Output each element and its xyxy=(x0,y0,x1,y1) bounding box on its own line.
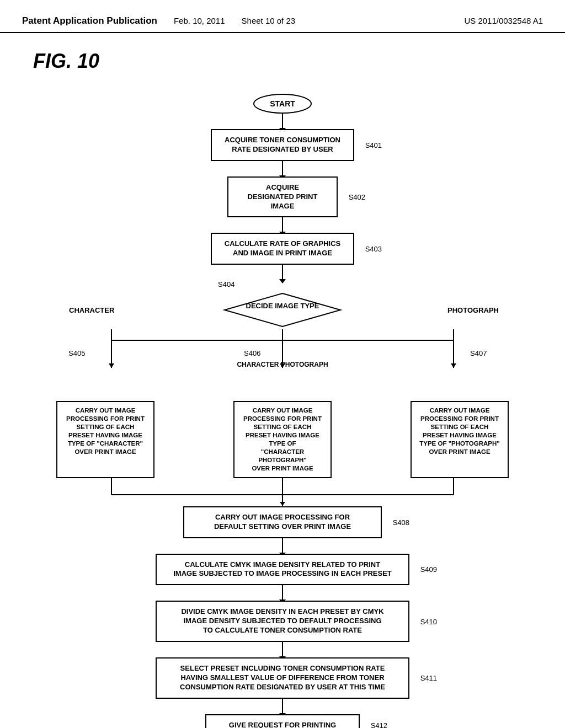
step-s408: CARRY OUT IMAGE PROCESSING FORDEFAULT SE… xyxy=(183,506,382,538)
step-s404-area: S404 CHARACTER DECIDE IMAGE TYPE PHOTOGR… xyxy=(22,280,543,329)
label-s403: S403 xyxy=(365,245,382,253)
page-header: Patent Application Publication Feb. 10, … xyxy=(0,0,565,33)
start-oval: START xyxy=(253,94,312,114)
branch-boxes-row: CARRY OUT IMAGEPROCESSING FOR PRINTSETTI… xyxy=(56,401,509,478)
arrow-s410 xyxy=(282,585,283,601)
step-s411-wrapper: SELECT PRESET INCLUDING TONER CONSUMPTIO… xyxy=(156,657,409,699)
arrow-3 xyxy=(282,217,283,233)
step-s412-wrapper: GIVE REQUEST FOR PRINTING S412 xyxy=(205,714,360,728)
flowchart: START ACQUIRE TONER CONSUMPTIONRATE DESI… xyxy=(22,55,543,728)
arrow-s409 xyxy=(282,538,283,554)
main-content: FIG. 10 START ACQUIRE TONER CONSUMPTIONR… xyxy=(0,33,565,728)
label-s410: S410 xyxy=(420,617,437,625)
label-s412: S412 xyxy=(371,721,387,728)
label-s401: S401 xyxy=(365,141,382,149)
svg-text:S405: S405 xyxy=(68,349,85,357)
step-s401: ACQUIRE TONER CONSUMPTIONRATE DESIGNATED… xyxy=(211,129,354,161)
header-date: Feb. 10, 2011 xyxy=(174,16,225,25)
start-node: START xyxy=(253,94,312,114)
header-patent-label: Patent Application Publication xyxy=(22,15,157,26)
step-s407: CARRY OUT IMAGEPROCESSING FOR PRINTSETTI… xyxy=(411,401,509,478)
step-s401-wrapper: ACQUIRE TONER CONSUMPTIONRATE DESIGNATED… xyxy=(211,129,354,161)
svg-marker-7 xyxy=(109,363,114,368)
step-s405: CARRY OUT IMAGEPROCESSING FOR PRINTSETTI… xyxy=(56,401,154,478)
step-s412: GIVE REQUEST FOR PRINTING xyxy=(205,714,360,728)
svg-text:S407: S407 xyxy=(470,349,487,357)
branch-section: S405 S406 S407 CHARACTER PHOTOGRAPH CARR… xyxy=(56,329,509,508)
label-s404: S404 xyxy=(218,280,234,288)
arrow-s411 xyxy=(282,642,283,657)
svg-marker-0 xyxy=(225,293,340,326)
arrow-1 xyxy=(282,114,283,129)
arrow-2 xyxy=(282,161,283,176)
step-s408-wrapper: CARRY OUT IMAGE PROCESSING FORDEFAULT SE… xyxy=(183,506,382,538)
step-s402: ACQUIREDESIGNATED PRINT IMAGE xyxy=(227,176,338,218)
svg-text:CHARACTER PHOTOGRAPH: CHARACTER PHOTOGRAPH xyxy=(237,361,328,368)
decision-diamond: DECIDE IMAGE TYPE xyxy=(222,291,343,329)
svg-marker-21 xyxy=(280,502,285,506)
branch-character-label: CHARACTER xyxy=(69,306,114,314)
step-s403: CALCULATE RATE OF GRAPHICSAND IMAGE IN P… xyxy=(211,233,354,265)
label-s402: S402 xyxy=(349,193,365,201)
step-s409-wrapper: CALCULATE CMYK IMAGE DENSITY RELATED TO … xyxy=(156,554,409,586)
step-s410: DIVIDE CMYK IMAGE DENSITY IN EACH PRESET… xyxy=(156,601,409,642)
step-s410-wrapper: DIVIDE CMYK IMAGE DENSITY IN EACH PRESET… xyxy=(156,601,409,642)
label-s408: S408 xyxy=(393,518,409,526)
svg-text:S406: S406 xyxy=(244,349,260,357)
step-s409: CALCULATE CMYK IMAGE DENSITY RELATED TO … xyxy=(156,554,409,586)
arrow-4 xyxy=(282,265,283,280)
step-s406: CARRY OUT IMAGEPROCESSING FOR PRINTSETTI… xyxy=(233,401,332,478)
branch-photograph-label: PHOTOGRAPH xyxy=(447,306,499,314)
arrow-s412 xyxy=(282,699,283,714)
header-sheet: Sheet 10 of 23 xyxy=(242,16,296,25)
label-s409: S409 xyxy=(420,565,437,574)
decision-row: CHARACTER DECIDE IMAGE TYPE PHOTOGRAPH xyxy=(22,291,543,329)
svg-text:DECIDE IMAGE TYPE: DECIDE IMAGE TYPE xyxy=(246,302,319,310)
header-patent-num: US 2011/0032548 A1 xyxy=(464,16,543,25)
step-s403-wrapper: CALCULATE RATE OF GRAPHICSAND IMAGE IN P… xyxy=(211,233,354,265)
svg-marker-11 xyxy=(451,363,456,368)
label-s411: S411 xyxy=(420,674,437,682)
step-s411: SELECT PRESET INCLUDING TONER CONSUMPTIO… xyxy=(156,657,409,699)
merge-connectors-svg xyxy=(56,478,509,508)
step-s402-wrapper: ACQUIREDESIGNATED PRINT IMAGE S402 xyxy=(227,176,338,218)
branch-connectors-svg: S405 S406 S407 CHARACTER PHOTOGRAPH xyxy=(56,329,509,406)
